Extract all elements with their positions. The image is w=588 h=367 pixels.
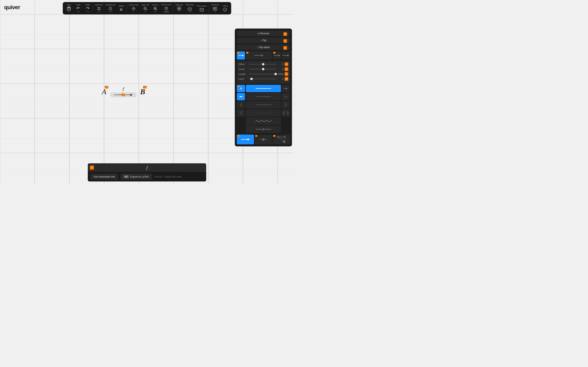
panel-j-cell[interactable]: J <box>255 134 272 144</box>
macros-label: Macros: <box>154 175 163 178</box>
length-track[interactable] <box>249 74 276 75</box>
app-logo[interactable]: quiver ↓ <box>4 4 20 12</box>
svg-rect-38 <box>215 8 216 8</box>
line-solid-row <box>237 93 290 100</box>
svg-line-23 <box>156 9 157 10</box>
arrow-style-x-badge: X <box>273 52 276 54</box>
toolbar-redo[interactable]: Redo ⇧⌘Z <box>83 3 92 13</box>
line-dashed-row <box>237 101 290 108</box>
line-dotted-row <box>237 109 290 117</box>
svg-point-30 <box>190 9 190 9</box>
line-wavy-row <box>237 117 290 125</box>
line-d-cell[interactable]: D <box>237 85 245 92</box>
svg-point-3 <box>98 7 99 8</box>
svg-marker-50 <box>287 55 289 56</box>
line-solid-mid[interactable] <box>246 93 281 100</box>
curve-track[interactable] <box>249 69 276 69</box>
line-curve-right[interactable] <box>237 109 245 117</box>
sliders-container: Offset: 0 O Curve: 0 K Length: 100% L <box>237 61 290 83</box>
svg-rect-36 <box>213 7 217 10</box>
svg-marker-45 <box>261 55 263 56</box>
export-button[interactable]: ⌘E Export to LaTeX <box>120 174 152 180</box>
line-plus-mid[interactable] <box>246 125 281 133</box>
svg-rect-54 <box>240 96 242 97</box>
bottom-bar: ↩ f Get shareable link ⌘E Export to LaTe… <box>88 163 206 182</box>
toolbar-shortcuts[interactable]: Shortcuts ⌘/ <box>210 3 220 13</box>
toolbar-delete[interactable]: Delete <box>117 4 126 13</box>
flip-row: ↕ Flip F <box>237 38 290 43</box>
flip-button[interactable]: ↕ Flip <box>237 38 290 43</box>
arrow-mid-badge: ;D <box>121 94 125 96</box>
line-solid-cell[interactable] <box>246 85 281 92</box>
line-plus-row <box>237 125 290 133</box>
line-wavy-spacer2 <box>282 117 290 125</box>
offset-key: O <box>285 62 288 66</box>
toolbar-show-queue[interactable]: Show queue <box>196 4 208 13</box>
offset-track[interactable] <box>249 64 276 65</box>
label-bar[interactable]: ↩ f <box>88 163 206 172</box>
line-curve-left[interactable] <box>237 101 245 108</box>
source-node[interactable]: ;A A <box>102 87 106 96</box>
svg-rect-26 <box>180 7 181 8</box>
offset-thumb[interactable] <box>262 63 264 66</box>
svg-point-68 <box>284 136 285 138</box>
svg-point-8 <box>110 8 111 9</box>
arrow-style-x[interactable]: X <box>273 51 281 59</box>
toolbar-reset-zoom[interactable]: Reset zoom 141% <box>160 3 172 14</box>
reverse-button[interactable]: ⇌ Reverse <box>237 31 290 36</box>
panel-p-badge: P <box>273 135 276 137</box>
curve-thumb[interactable] <box>262 68 264 70</box>
line-arrow-right[interactable] <box>282 85 290 92</box>
line-wavy-mid[interactable] <box>246 117 281 125</box>
arrow-label: f <box>123 86 124 92</box>
arrow-section[interactable]: f ;D <box>110 86 137 97</box>
curve-key: K <box>285 67 288 71</box>
toolbar-save[interactable]: Save ⌘S <box>64 3 73 13</box>
toolbar-hide-grid[interactable]: Hide grid H <box>174 3 184 13</box>
toolbar-deselect-all[interactable]: Deselect all ⇧⌘A <box>104 3 116 13</box>
length-slider-row: Length: 100% L <box>238 72 288 76</box>
curve-value: 0 <box>277 68 283 70</box>
panel-p-cell[interactable]: P <box>273 134 290 144</box>
level-thumb[interactable] <box>250 78 253 80</box>
line-curve-right-2[interactable] <box>282 109 290 117</box>
line-solid-left[interactable] <box>237 93 245 100</box>
arrow-body[interactable]: ;D <box>110 92 137 97</box>
divider-4 <box>209 4 209 12</box>
line-dotted-mid[interactable] <box>246 109 281 117</box>
macros-input[interactable] <box>164 175 204 178</box>
arrow-style-v[interactable]: V <box>237 51 245 59</box>
line-dashed-mid[interactable] <box>246 101 281 108</box>
flip-labels-button[interactable]: ↕ Flip labels <box>237 44 290 50</box>
svg-line-19 <box>146 9 147 10</box>
panel-a-badge: A <box>237 135 240 137</box>
right-panel: ⇌ Reverse R ↕ Flip F ↕ Flip labels E V C… <box>235 29 292 146</box>
toolbar-centre-view[interactable]: Centre view G <box>127 3 140 13</box>
toolbar-select-all[interactable]: Select all ⌘A <box>94 3 104 13</box>
divider-1 <box>93 4 93 12</box>
arrow-style-c[interactable]: C <box>246 51 272 59</box>
get-link-button[interactable]: Get shareable link <box>90 174 118 180</box>
level-slider-row: Level: 1 M <box>238 77 288 81</box>
flip-label: ↕ Flip <box>260 39 267 42</box>
svg-line-57 <box>286 96 288 97</box>
svg-marker-73 <box>283 141 285 142</box>
arrow-style-v-badge: V <box>237 52 240 54</box>
toolbar-hide-hints[interactable]: Hide hints ⇧⌘H <box>185 3 195 13</box>
flip-labels-key: E <box>283 46 287 50</box>
toolbar-undo[interactable]: Undo ⌘Z <box>74 3 83 13</box>
line-arrow-right-2[interactable] <box>282 93 290 100</box>
panel-a-cell[interactable]: A <box>237 134 254 144</box>
target-node[interactable]: ;S B <box>140 87 145 96</box>
length-key: L <box>285 72 288 76</box>
line-curve-left-2[interactable] <box>282 101 290 108</box>
length-thumb[interactable] <box>274 73 277 75</box>
diagram-container[interactable]: ;A A f ;D ;S B <box>102 86 145 97</box>
svg-marker-63 <box>248 138 250 141</box>
offset-value: 0 <box>277 63 283 66</box>
arrow-style-plain[interactable] <box>282 51 290 59</box>
level-track[interactable] <box>249 78 276 79</box>
toolbar-zoom-in[interactable]: Zoom in ⌘= <box>151 3 160 13</box>
toolbar-about[interactable]: About i <box>221 4 230 13</box>
toolbar-zoom-out[interactable]: Zoom out ⌘- <box>140 3 150 13</box>
